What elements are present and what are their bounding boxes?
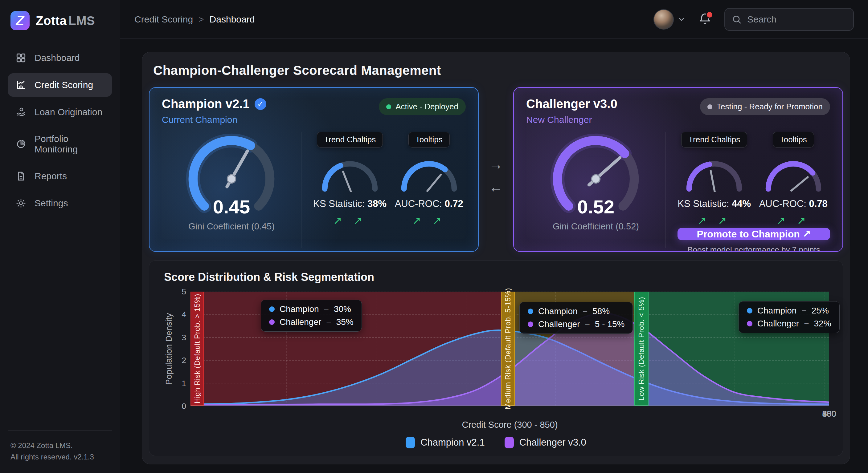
- risk-band-label: High Risk (Default Prob. > 15%): [193, 294, 202, 403]
- logo-icon: Z: [10, 11, 30, 30]
- y-tick: 0: [182, 402, 186, 411]
- metric-label: AUC-ROC: 0.72: [395, 198, 463, 209]
- y-tick: 2: [182, 356, 186, 365]
- breadcrumb-current: Dashboard: [210, 14, 255, 25]
- series-dot-icon: [269, 319, 275, 325]
- metric-row: Trend ChaltipsKS Statistic: 38%↗ ↗Toolti…: [313, 132, 466, 248]
- champion-gini-gauge: 0.45 Gini Coefficient (0.45): [162, 132, 301, 248]
- chip-trend-chaltips[interactable]: Trend Chaltips: [317, 132, 383, 147]
- logo: Z ZottaLMS: [10, 11, 111, 30]
- legend-swatch-icon: [504, 437, 514, 448]
- y-axis-label: Population Density: [163, 292, 175, 406]
- verified-badge-icon: ✓: [255, 98, 266, 110]
- segment-tooltip-1: Champion−58%Challenger−5 - 15%: [519, 302, 633, 334]
- challenger-metrics: Trend ChaltipsKS Statistic: 44%↗ ↗Toolti…: [665, 132, 830, 248]
- champion-status-badge: Active - Deployed: [379, 98, 466, 115]
- challenger-card: Challenger v3.0 New Challenger Testing -…: [513, 87, 843, 252]
- y-tick: 4: [182, 310, 186, 319]
- chart-title: Score Distribution & Risk Segmentation: [164, 271, 829, 283]
- y-tick: 1: [182, 378, 186, 388]
- page-title: Champion-Challenger Scorecard Management: [153, 63, 842, 78]
- chip-tooltips[interactable]: Tooltips: [773, 132, 814, 147]
- trend-up-icons: ↗ ↗: [412, 214, 446, 227]
- y-tick: 3: [182, 333, 186, 342]
- notifications-button[interactable]: [696, 10, 713, 28]
- metric-ks-statistic: Trend ChaltipsKS Statistic: 44%↗ ↗: [678, 132, 751, 227]
- search-input[interactable]: [747, 14, 846, 25]
- search-box: [724, 8, 854, 31]
- metric-label: KS Statistic: 44%: [678, 198, 751, 209]
- risk-band-medium-risk: Medium Risk (Default Prob. 5-15%): [501, 292, 515, 406]
- promote-to-champion-button[interactable]: Promote to Champion ↗: [678, 228, 830, 240]
- y-axis-ticks: 012345: [175, 292, 190, 406]
- sidebar-footer: © 2024 Zotta LMS. All rights reserved. v…: [8, 430, 112, 463]
- breadcrumb-parent[interactable]: Credit Scoring: [134, 14, 193, 25]
- brand-name: ZottaLMS: [36, 14, 95, 28]
- swap-models-control[interactable]: → ←: [479, 87, 513, 252]
- user-menu[interactable]: [653, 9, 685, 30]
- sidebar-item-label: Loan Origination: [34, 107, 102, 117]
- challenger-card-body: 0.52 Gini Coefficient (0.52) Trend Chalt…: [526, 132, 830, 248]
- mini-gauge-arc: [398, 157, 461, 192]
- status-dot: [707, 104, 712, 109]
- sidebar-item-portfolio-monitoring[interactable]: Portfolio Monitoring: [8, 128, 112, 161]
- mini-gauge-arc: [762, 157, 825, 192]
- chip-tooltips[interactable]: Tooltips: [408, 132, 450, 147]
- risk-band-high-risk: High Risk (Default Prob. > 15%): [190, 292, 204, 406]
- metric-label: AUC-ROC: 0.78: [759, 198, 828, 209]
- chip-trend-chaltips[interactable]: Trend Chaltips: [681, 132, 747, 147]
- sidebar-item-settings[interactable]: Settings: [8, 192, 112, 215]
- y-tick: 5: [182, 287, 186, 297]
- champion-card: Champion v2.1 ✓ Current Champion Active …: [149, 87, 479, 252]
- sidebar-item-credit-scoring[interactable]: Credit Scoring: [8, 73, 112, 97]
- champion-metrics: Trend ChaltipsKS Statistic: 38%↗ ↗Toolti…: [301, 132, 466, 248]
- tooltip-row: Challenger−32%: [747, 319, 831, 329]
- metric-auc-roc: TooltipsAUC-ROC: 0.72↗ ↗: [393, 132, 466, 248]
- tooltip-row: Challenger−5 - 15%: [528, 319, 624, 329]
- sidebar-item-dashboard[interactable]: Dashboard: [8, 46, 112, 70]
- document-icon: [16, 171, 27, 182]
- app-root: Z ZottaLMS DashboardCredit ScoringLoan O…: [0, 0, 868, 473]
- sidebar-item-label: Dashboard: [34, 53, 80, 63]
- risk-band-label: Low Risk (Default Prob. < 5%): [637, 297, 646, 401]
- series-dot-icon: [747, 308, 752, 313]
- legend-item-challenger-v3-0[interactable]: Challenger v3.0: [504, 437, 586, 448]
- mini-gauge-arc: [318, 157, 381, 192]
- gini-value: 0.45: [213, 196, 250, 218]
- legend-item-champion-v2-1[interactable]: Champion v2.1: [406, 437, 485, 448]
- sidebar: Z ZottaLMS DashboardCredit ScoringLoan O…: [0, 0, 120, 473]
- trend-up-icons: ↗ ↗: [777, 214, 810, 227]
- plot-region: High Risk (Default Prob. > 15%)Medium Ri…: [190, 292, 829, 406]
- promote-caption: Boost model performance by 7 points (Gin…: [678, 245, 830, 252]
- trend-up-icons: ↗ ↗: [333, 214, 367, 227]
- metric-label: KS Statistic: 38%: [313, 198, 386, 209]
- trend-up-icons: ↗ ↗: [698, 214, 731, 227]
- risk-band-label: Medium Risk (Default Prob. 5-15%): [504, 288, 512, 409]
- pie-icon: [16, 139, 27, 150]
- sidebar-item-label: Credit Scoring: [34, 80, 93, 90]
- gear-icon: [16, 198, 27, 209]
- champion-subtitle: Current Champion: [162, 114, 266, 125]
- scorecard-panel: Champion-Challenger Scorecard Management…: [142, 52, 850, 464]
- arrow-left-icon: ←: [489, 179, 503, 196]
- breadcrumb: Credit Scoring > Dashboard: [134, 14, 255, 25]
- sidebar-item-label: Portfolio Monitoring: [34, 134, 104, 155]
- sidebar-item-loan-origination[interactable]: Loan Origination: [8, 100, 112, 124]
- series-dot-icon: [269, 306, 275, 312]
- metric-auc-roc: TooltipsAUC-ROC: 0.78↗ ↗: [757, 132, 830, 227]
- mini-gauge-arc: [683, 157, 746, 192]
- copyright-text: © 2024 Zotta LMS.: [10, 440, 110, 451]
- legend-swatch-icon: [406, 437, 415, 448]
- metric-row: Trend ChaltipsKS Statistic: 44%↗ ↗Toolti…: [678, 132, 830, 227]
- search-icon: [732, 14, 742, 24]
- version-text: All rights reserved. v2.1.3: [10, 451, 110, 463]
- series-dot-icon: [747, 321, 752, 327]
- segment-tooltip-2: Champion−25%Challenger−32%: [739, 301, 840, 333]
- challenger-card-header: Challenger v3.0 New Challenger Testing -…: [526, 97, 830, 125]
- gini-label: Gini Coefficient (0.45): [188, 222, 275, 232]
- avatar[interactable]: [653, 9, 674, 30]
- metric-ks-statistic: Trend ChaltipsKS Statistic: 38%↗ ↗: [313, 132, 387, 248]
- sidebar-item-label: Settings: [34, 198, 68, 208]
- sidebar-item-reports[interactable]: Reports: [8, 164, 112, 188]
- sidebar-nav: DashboardCredit ScoringLoan OriginationP…: [8, 46, 112, 215]
